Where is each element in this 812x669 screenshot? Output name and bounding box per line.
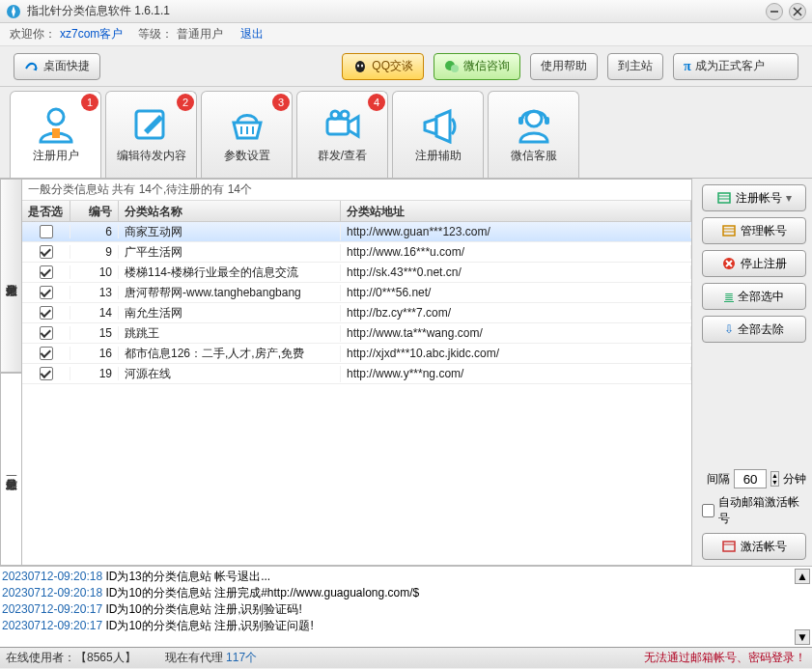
main-site-button[interactable]: 到主站 <box>607 53 663 80</box>
close-button[interactable] <box>789 3 806 20</box>
svg-point-6 <box>361 64 363 67</box>
vertical-tabs: 大型分类信息站 一般分类信息站 <box>0 179 21 566</box>
tab-edit-content[interactable]: 2 编辑待发内容 <box>105 91 197 178</box>
row-checkbox[interactable] <box>40 306 53 320</box>
col-name[interactable]: 分类站名称 <box>119 201 341 221</box>
row-url: http://bz.cy***7.com/ <box>341 306 691 320</box>
row-name: 河源在线 <box>119 366 341 382</box>
dropdown-icon: ▾ <box>786 191 792 205</box>
row-index: 16 <box>70 347 119 360</box>
row-checkbox[interactable] <box>40 347 53 360</box>
row-index: 13 <box>70 286 119 299</box>
vtab-big-sites[interactable]: 大型分类信息站 <box>0 179 21 373</box>
row-index: 14 <box>70 306 119 320</box>
log-area[interactable]: 20230712-09:20:18 ID为13的分类信息站 帐号退出...202… <box>0 566 812 647</box>
interval-row: 间隔 ▲▼ 分钟 <box>702 469 806 488</box>
megaphone-icon <box>415 105 462 144</box>
tab-register-assist[interactable]: 注册辅助 <box>392 91 484 178</box>
tab-badge: 1 <box>81 94 98 111</box>
panel-summary: 一般分类信息站 共有 14个,待注册的有 14个 <box>22 180 691 201</box>
activate-account-button[interactable]: 激活帐号 <box>702 533 806 560</box>
row-name: 唐河帮帮网-www.tanghebangbang <box>119 285 341 301</box>
svg-rect-30 <box>723 542 735 551</box>
row-checkbox[interactable] <box>40 286 53 299</box>
row-index: 19 <box>70 367 119 380</box>
spinner-buttons[interactable]: ▲▼ <box>770 471 779 487</box>
checkbox-icon <box>702 504 714 517</box>
qq-chat-button[interactable]: QQ交谈 <box>342 53 424 80</box>
log-line: 20230712-09:20:18 ID为13的分类信息站 帐号退出... <box>2 569 810 585</box>
deselectall-icon: ⇩ <box>724 322 734 336</box>
svg-point-5 <box>357 64 359 67</box>
vtab-general-sites[interactable]: 一般分类信息站 <box>0 373 21 567</box>
edit-icon <box>128 105 175 144</box>
select-all-button[interactable]: ≣ 全部选中 <box>702 283 806 310</box>
row-checkbox[interactable] <box>40 367 53 380</box>
upgrade-button[interactable]: π 成为正式客户 <box>673 53 798 80</box>
level-label: 等级： <box>138 26 173 42</box>
user-icon <box>33 105 79 144</box>
row-name: 楼梯114-楼梯行业最全的信息交流 <box>119 265 341 281</box>
table-row[interactable]: 16都市信息126：二手,人才,房产,免费http://xjxd***10.ab… <box>22 344 691 364</box>
svg-point-8 <box>451 65 459 72</box>
auto-activate-checkbox[interactable]: 自动邮箱激活帐号 <box>702 494 806 527</box>
log-line: 20230712-09:20:17 ID为10的分类信息站 注册,识别验证码! <box>2 601 810 618</box>
selectall-icon: ≣ <box>724 290 734 303</box>
headset-icon <box>511 105 557 144</box>
interval-input[interactable] <box>734 469 767 488</box>
userbar: 欢迎你： xz7com客户 等级： 普通用户 退出 <box>0 23 812 46</box>
main-area: 大型分类信息站 一般分类信息站 一般分类信息站 共有 14个,待注册的有 14个… <box>0 178 812 566</box>
svg-rect-15 <box>327 119 349 134</box>
row-url: http://www.ta***wang.com/ <box>341 326 691 340</box>
col-selected[interactable]: 是否选中 <box>22 201 70 221</box>
row-name: 都市信息126：二手,人才,房产,免费 <box>119 346 341 362</box>
table-row[interactable]: 10楼梯114-楼梯行业最全的信息交流http://sk.43***0.net.… <box>22 263 691 283</box>
row-url: http://xjxd***10.abc.jkidc.com/ <box>341 347 691 360</box>
manage-account-button[interactable]: 管理帐号 <box>702 217 806 244</box>
col-url[interactable]: 分类站地址 <box>341 201 691 221</box>
scroll-up-button[interactable]: ▲ <box>795 569 810 584</box>
row-checkbox[interactable] <box>40 326 53 340</box>
wechat-button[interactable]: 微信咨询 <box>434 53 520 80</box>
help-button[interactable]: 使用帮助 <box>530 53 598 80</box>
status-bar: 在线使用者：【8565人】 现在有代理 117个 无法通过邮箱帐号、密码登录！ <box>0 647 812 668</box>
row-checkbox[interactable] <box>40 225 53 238</box>
row-name: 跳跳王 <box>119 325 341 342</box>
username-link[interactable]: xz7com客户 <box>60 26 123 42</box>
tab-broadcast[interactable]: 4 群发/查看 <box>296 91 388 178</box>
row-name: 商家互动网 <box>119 224 341 240</box>
table-row[interactable]: 13唐河帮帮网-www.tanghebangbanghttp://0***56.… <box>22 283 691 303</box>
table-row[interactable]: 6商家互动网http://www.guan***123.com/ <box>22 222 691 242</box>
row-checkbox[interactable] <box>40 245 53 259</box>
svg-point-4 <box>355 61 365 72</box>
pi-icon: π <box>684 59 691 74</box>
table-row[interactable]: 15跳跳王http://www.ta***wang.com/ <box>22 323 691 344</box>
tab-wechat-service[interactable]: 微信客服 <box>488 91 579 178</box>
svg-point-9 <box>48 109 64 125</box>
logout-link[interactable]: 退出 <box>240 26 264 42</box>
tab-badge: 3 <box>272 94 290 111</box>
svg-point-16 <box>331 111 339 119</box>
minimize-button[interactable] <box>766 3 783 20</box>
desktop-shortcut-button[interactable]: 桌面快捷 <box>14 53 100 80</box>
scroll-down-button[interactable]: ▼ <box>795 629 810 645</box>
row-checkbox[interactable] <box>40 265 53 279</box>
agent-count: 现在有代理 117个 <box>165 650 257 666</box>
row-index: 10 <box>70 265 119 279</box>
table-row[interactable]: 9广平生活网http://www.16***u.com/ <box>22 242 691 263</box>
col-index[interactable]: 编号 <box>70 201 119 221</box>
tab-register-user[interactable]: 1 注册用户 <box>10 91 101 178</box>
grid-body[interactable]: 6商家互动网http://www.guan***123.com/9广平生活网ht… <box>22 222 691 565</box>
tab-settings[interactable]: 3 参数设置 <box>201 91 293 178</box>
register-account-button[interactable]: 注册帐号 ▾ <box>702 184 806 211</box>
camera-icon <box>320 105 366 144</box>
tab-badge: 2 <box>177 94 194 111</box>
deselect-all-button[interactable]: ⇩ 全部去除 <box>702 316 806 343</box>
stop-register-button[interactable]: 停止注册 <box>702 250 806 277</box>
table-row[interactable]: 19河源在线http://www.y***ng.com/ <box>22 364 691 384</box>
welcome-label: 欢迎你： <box>10 26 56 42</box>
table-row[interactable]: 14南允生活网http://bz.cy***7.com/ <box>22 303 691 323</box>
log-line: 20230712-09:20:17 ID为10的分类信息站 注册,识别验证问题! <box>2 618 810 634</box>
row-url: http://www.16***u.com/ <box>341 245 691 259</box>
window-title: 指北针分类信息软件 1.6.1.1 <box>27 3 760 19</box>
